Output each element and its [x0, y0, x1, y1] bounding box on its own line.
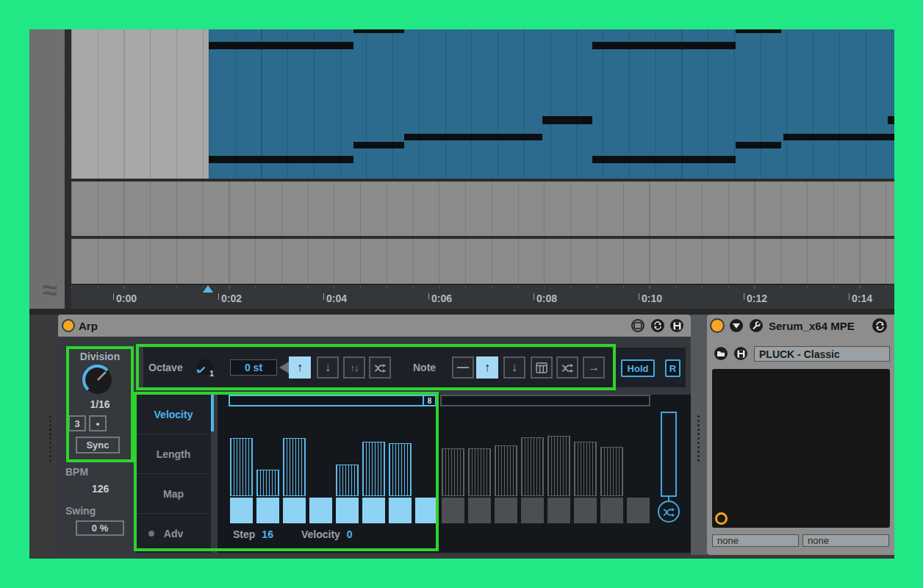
dotted-button[interactable]: •	[89, 415, 107, 431]
step-toggle[interactable]	[495, 498, 517, 523]
randomize-icon[interactable]	[658, 501, 680, 523]
track-lane-3[interactable]	[71, 239, 894, 284]
tab-length[interactable]: Length	[136, 434, 211, 474]
step-toggle[interactable]	[336, 498, 359, 523]
zoom-back-icon[interactable]: ≈	[35, 275, 65, 306]
param-slot-2[interactable]: none	[802, 534, 889, 547]
ruler-time-label: 0:08	[534, 293, 557, 304]
octave-down-button[interactable]: ↓	[317, 356, 339, 379]
velocity-bar[interactable]	[468, 448, 491, 496]
midi-note[interactable]	[888, 116, 894, 124]
preset-name-field[interactable]: PLUCK - Classic	[754, 346, 890, 362]
velocity-bar[interactable]	[256, 470, 279, 496]
param-slot-1[interactable]: none	[712, 534, 799, 547]
save-icon[interactable]	[734, 347, 747, 360]
division-label: Division	[66, 351, 134, 362]
step-toggle[interactable]	[442, 498, 464, 523]
octave-random-button[interactable]	[369, 356, 391, 379]
midi-note[interactable]	[542, 116, 592, 124]
velocity-bar[interactable]	[495, 445, 517, 496]
hot-swap-icon[interactable]	[651, 319, 664, 332]
velocity-bar[interactable]	[283, 438, 306, 496]
step-toggle[interactable]	[389, 498, 412, 523]
step-toggle[interactable]	[600, 498, 623, 523]
note-random-button[interactable]	[556, 356, 578, 379]
retrigger-button[interactable]: R	[665, 359, 680, 377]
midi-track-lane[interactable]	[71, 29, 894, 179]
global-velocity-slider[interactable]	[661, 412, 677, 497]
triplet-button[interactable]: 3	[68, 415, 86, 431]
view-separator	[29, 309, 894, 315]
velocity-bar[interactable]	[547, 436, 570, 496]
step-toggle[interactable]	[230, 498, 253, 523]
midi-note[interactable]	[353, 142, 404, 148]
midi-note[interactable]	[592, 156, 736, 163]
hold-button[interactable]: Hold	[621, 359, 655, 377]
save-icon[interactable]	[670, 319, 683, 332]
device-drag-handle[interactable]	[48, 413, 52, 464]
arp-title-bar[interactable]: Arp	[58, 315, 691, 337]
wrench-icon[interactable]	[750, 319, 763, 332]
velocity-bar[interactable]	[230, 438, 253, 496]
velocity-bar[interactable]	[336, 465, 359, 496]
note-chord-button[interactable]	[531, 356, 553, 379]
midi-note[interactable]	[592, 42, 736, 49]
step-toggle[interactable]	[309, 498, 332, 523]
velocity-bar[interactable]	[521, 437, 544, 496]
step-toggle[interactable]	[574, 498, 597, 523]
note-up-button[interactable]: ↑	[476, 356, 498, 379]
swing-value[interactable]: 0 %	[76, 520, 124, 536]
track-lane-2[interactable]	[71, 182, 894, 236]
map-icon[interactable]	[631, 319, 644, 332]
octave-updown-button[interactable]: ↑↓	[343, 356, 365, 379]
midi-note[interactable]	[736, 29, 781, 33]
transpose-pull-arrow[interactable]	[279, 362, 289, 373]
step-toggle[interactable]	[627, 498, 650, 523]
midi-note[interactable]	[404, 134, 542, 140]
step-toggle[interactable]	[362, 498, 385, 523]
velocity-bar[interactable]	[442, 448, 464, 496]
serum-title-bar[interactable]: Serum_x64 MPE	[707, 315, 894, 337]
unfold-icon[interactable]	[730, 319, 743, 332]
loop-length-value[interactable]: 8	[423, 396, 435, 405]
plugin-param-knob[interactable]	[715, 512, 728, 525]
midi-note[interactable]	[209, 156, 353, 163]
loop-range-active[interactable]: 8	[229, 395, 437, 406]
velocity-bar[interactable]	[362, 442, 385, 496]
velocity-bar[interactable]	[600, 447, 623, 496]
time-ruler[interactable]: 0:000:020:040:060:080:100:120:140:16	[71, 284, 894, 310]
folder-icon[interactable]	[714, 347, 728, 360]
tab-adv[interactable]: Adv	[136, 514, 211, 553]
loop-range-inactive[interactable]	[440, 395, 650, 406]
device-on-led[interactable]	[710, 318, 725, 333]
step-toggle[interactable]	[256, 498, 279, 523]
octave-up-button[interactable]: ↑	[289, 356, 311, 379]
note-off-button[interactable]: —	[452, 356, 474, 379]
note-down-button[interactable]: ↓	[503, 356, 525, 379]
note-forward-button[interactable]: →	[583, 356, 605, 379]
midi-note[interactable]	[736, 142, 781, 148]
device-drag-handle[interactable]	[696, 413, 700, 464]
midi-note[interactable]	[783, 134, 894, 140]
transpose-value[interactable]: 0 st	[230, 359, 277, 376]
device-on-led[interactable]	[62, 319, 75, 332]
step-toggle[interactable]	[283, 498, 306, 523]
ruler-time-label: 0:02	[218, 293, 242, 304]
velocity-bar[interactable]	[389, 443, 412, 496]
playhead-marker[interactable]	[203, 285, 213, 293]
hot-swap-icon[interactable]	[872, 318, 887, 333]
tab-map[interactable]: Map	[136, 474, 211, 514]
division-knob[interactable]	[81, 363, 115, 400]
velocity-bar[interactable]	[574, 442, 597, 496]
tab-velocity[interactable]: Velocity	[136, 395, 211, 434]
division-value[interactable]: 1/16	[66, 398, 134, 410]
bpm-value[interactable]: 126	[92, 483, 109, 495]
step-toggle[interactable]	[547, 498, 570, 523]
midi-note[interactable]	[209, 42, 353, 49]
midi-note[interactable]	[353, 29, 404, 33]
step-toggle[interactable]	[521, 498, 544, 523]
step-toggle[interactable]	[468, 498, 491, 523]
step-toggle[interactable]	[415, 498, 438, 523]
plugin-panel[interactable]	[712, 369, 890, 528]
sync-button[interactable]: Sync	[76, 437, 120, 453]
